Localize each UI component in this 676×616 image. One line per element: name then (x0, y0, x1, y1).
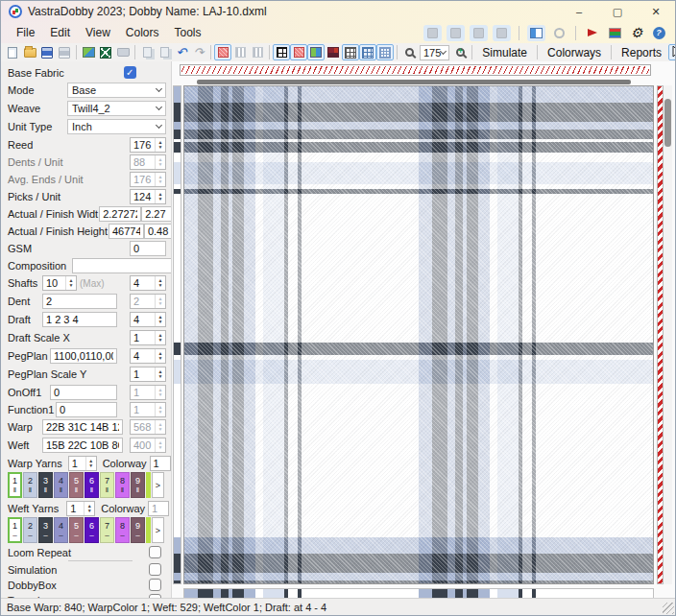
warp-yarn-swatch-9[interactable]: 9‖ (131, 472, 145, 498)
weft-yarns-label: Weft Yarns (8, 503, 59, 514)
warp-pattern-input[interactable] (42, 419, 123, 435)
draft-right-spinner[interactable]: 4▲▼ (130, 312, 166, 327)
finish-height-input[interactable] (144, 224, 172, 239)
weft-yarn-swatch-2[interactable]: 2– (23, 517, 37, 543)
warp-yarn-swatch-4[interactable]: 4‖ (54, 472, 68, 498)
grid-fine-icon[interactable] (376, 44, 394, 60)
reports-button[interactable]: Reports (615, 45, 668, 60)
redo-icon[interactable]: ↷ (190, 44, 207, 60)
color-view-icon[interactable] (290, 44, 307, 60)
weft-yarn-swatch-5[interactable]: 5– (69, 517, 84, 543)
undo-icon[interactable]: ↶ (173, 44, 190, 60)
close-button[interactable]: ✕ (637, 1, 675, 22)
help-icon[interactable] (650, 25, 667, 41)
dent-input[interactable] (42, 294, 117, 309)
minimize-button[interactable]: – (560, 1, 598, 22)
excel-export-icon[interactable] (97, 44, 114, 60)
onoff1-input[interactable] (50, 385, 117, 400)
zoom-out-icon[interactable] (400, 44, 418, 60)
warp-yarn-swatch-5[interactable]: 5‖ (69, 472, 84, 498)
chevron-down-icon (156, 122, 162, 129)
actual-height-input[interactable] (109, 224, 144, 239)
draft-input[interactable] (42, 312, 117, 327)
warp-yarn-swatch-7[interactable]: 7‖ (100, 472, 114, 498)
shafts-spinner[interactable]: 10▲▼ (42, 275, 77, 291)
base-fabric-checkbox[interactable]: ✓ (124, 66, 136, 79)
open-file-icon[interactable] (21, 44, 38, 60)
function1-spinner: 1▲▼ (130, 402, 166, 417)
weft-yarn-swatch-3[interactable]: 3– (38, 517, 53, 543)
simulation-checkbox[interactable] (149, 563, 161, 576)
horizontal-scroll-indicator[interactable] (197, 80, 631, 84)
weave-grid-icon[interactable] (273, 44, 290, 60)
pegplan-right-spinner[interactable]: 4▲▼ (130, 348, 166, 364)
menu-file[interactable]: File (9, 23, 42, 42)
warp-yarn-swatch-6[interactable]: 6‖ (84, 472, 99, 498)
weft-yarn-swatch-8[interactable]: 8– (115, 517, 130, 543)
loom-repeat-checkbox[interactable] (149, 546, 161, 558)
weft-yarn-swatch-6[interactable]: 6– (84, 517, 99, 543)
draft-scale-x-spinner[interactable]: 1▲▼ (130, 330, 166, 345)
actual-width-input[interactable] (99, 206, 141, 222)
shafts-right-spinner[interactable]: 4▲▼ (130, 275, 166, 291)
weft-colorway-spinner: 1 (148, 501, 169, 516)
color-bars-icon[interactable] (606, 25, 623, 41)
menu-view[interactable]: View (78, 23, 118, 42)
reed-spinner[interactable]: 176▲▼ (130, 137, 166, 153)
import-image-icon[interactable] (80, 44, 97, 60)
weft-pattern-input[interactable] (42, 438, 123, 453)
warp-colorway-spinner[interactable]: 1 (150, 456, 171, 471)
zoom-level-combo[interactable]: 175 (420, 45, 449, 60)
save-icon[interactable] (38, 44, 56, 60)
weft-yarn-swatch-1[interactable]: 1– (8, 517, 22, 543)
flag-icon[interactable] (584, 25, 601, 41)
finish-width-input[interactable] (141, 206, 172, 222)
warp-yarn-swatch-1[interactable]: 1‖ (8, 472, 22, 498)
settings-gear-icon[interactable]: ⚙ (628, 25, 645, 41)
weft-yarn-swatch-4[interactable]: 4– (54, 517, 68, 543)
gsm-input[interactable] (130, 241, 166, 256)
zoom-in-icon[interactable] (451, 44, 469, 60)
warp-yarn-swatch-2[interactable]: 2‖ (23, 472, 37, 498)
maximize-button[interactable]: ▢ (598, 1, 637, 22)
menu-edit[interactable]: Edit (42, 23, 78, 42)
pegplan-blocks-icon[interactable] (325, 44, 342, 60)
pegplan-scale-y-spinner[interactable]: 1▲▼ (130, 367, 166, 382)
status-text: Base Warp: 840; WarpColor 1; Weft: 529; … (7, 602, 326, 613)
fabric-canvas[interactable] (183, 85, 654, 584)
new-file-icon[interactable] (4, 44, 21, 60)
fabric-view-icon[interactable] (214, 44, 231, 60)
vertical-scrollbar-thumb[interactable] (664, 99, 671, 147)
grid-medium-icon[interactable] (359, 44, 376, 60)
pegplan-input[interactable] (50, 348, 117, 364)
grid-dense-icon[interactable] (342, 44, 359, 60)
weft-yarn-swatch-7[interactable]: 7– (100, 517, 114, 543)
colorways-button[interactable]: Colorways (541, 45, 608, 60)
unit-type-select[interactable]: Inch (67, 119, 166, 134)
menu-tools[interactable]: Tools (167, 23, 209, 42)
panel-layout-icon[interactable] (527, 25, 545, 41)
draft-label: Draft (8, 314, 42, 325)
weft-yarns-spinner[interactable]: 1▲▼ (66, 501, 95, 516)
composition-input[interactable] (72, 258, 172, 273)
picks-unit-spinner[interactable]: 124▲▼ (130, 189, 166, 204)
function1-input[interactable] (56, 402, 117, 417)
simulate-button[interactable]: Simulate (475, 45, 534, 60)
pegplan-strip[interactable] (180, 64, 651, 76)
vertical-scrollbar[interactable] (664, 85, 672, 584)
warp-yarn-swatch-more-button[interactable]: > (152, 472, 164, 498)
mode-select[interactable]: Base (67, 83, 166, 98)
menu-colors[interactable]: Colors (118, 23, 167, 42)
chevron-down-icon[interactable] (440, 47, 447, 54)
weft-yarn-swatch-9[interactable]: 9– (131, 517, 145, 543)
warp-yarn-swatch-8[interactable]: 8‖ (115, 472, 130, 498)
weave-input[interactable]: Twill4_2 (67, 101, 166, 116)
simulation-view-icon[interactable] (307, 44, 325, 60)
dobbybox-checkbox[interactable] (149, 579, 161, 591)
warp-yarn-swatch-3[interactable]: 3‖ (38, 472, 53, 498)
chevron-down-icon[interactable] (156, 104, 162, 110)
weft-yarn-swatch-more-button[interactable]: > (152, 517, 164, 543)
resize-grip-icon[interactable] (663, 603, 674, 614)
select-cursor-icon[interactable] (668, 44, 676, 60)
warp-yarns-spinner[interactable]: 1▲▼ (68, 456, 97, 471)
